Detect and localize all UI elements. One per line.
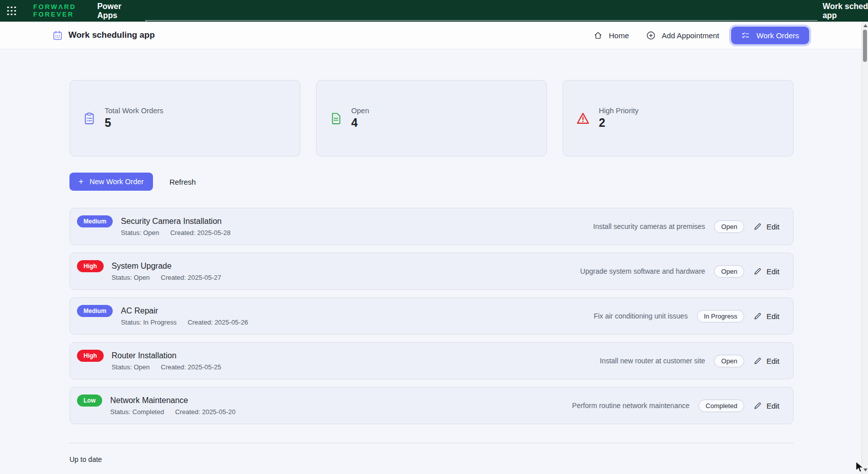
nav-work-orders-label: Work Orders	[756, 31, 799, 40]
work-order-title: System Upgrade	[112, 261, 221, 271]
work-order-description: Fix air conditioning unit issues	[594, 312, 688, 320]
work-order-description: Perform routine network maintenance	[572, 402, 689, 410]
stat-text: High Priority 2	[599, 107, 639, 130]
work-order-created-text: Created: 2025-05-27	[161, 274, 221, 282]
row-text: Router Installation Status: Open Created…	[112, 351, 221, 371]
row-right: Upgrade system software and hardware Ope…	[580, 265, 779, 278]
sync-status-text: Up to date	[69, 455, 794, 463]
nav-add-appointment[interactable]: Add Appointment	[641, 27, 724, 44]
work-orders-list: Medium Security Camera Installation Stat…	[69, 208, 794, 424]
pencil-icon	[753, 357, 762, 365]
work-order-row[interactable]: Low Network Maintenance Status: Complete…	[69, 387, 794, 424]
row-right: Install security cameras at premises Ope…	[593, 220, 779, 233]
stat-label: High Priority	[599, 107, 639, 115]
work-order-created-text: Created: 2025-05-20	[175, 408, 235, 416]
row-meta: Status: Open Created: 2025-05-25	[112, 363, 221, 371]
breadcrumb-divider: |	[145, 20, 817, 21]
pencil-icon	[753, 312, 762, 321]
edit-button[interactable]: Edit	[753, 312, 779, 321]
work-order-title: Network Maintenance	[110, 396, 235, 406]
waffle-menu-icon[interactable]	[7, 6, 16, 17]
row-meta: Status: Open Created: 2025-05-27	[112, 274, 221, 282]
forward-forever-logo: FORWΛRD FOREVER	[33, 4, 76, 18]
edit-button[interactable]: Edit	[753, 402, 779, 410]
header-nav: Home Add Appointment Work Orders	[588, 27, 809, 44]
priority-badge: High	[77, 260, 104, 272]
clipboard-icon	[83, 112, 96, 125]
edit-label: Edit	[766, 267, 779, 276]
new-work-order-label: New Work Order	[90, 178, 144, 186]
edit-button[interactable]: Edit	[753, 222, 779, 231]
calendar-icon	[52, 30, 63, 41]
status-badge: Open	[714, 265, 744, 278]
row-right: Fix air conditioning unit issues In Prog…	[594, 310, 779, 323]
work-order-row[interactable]: High System Upgrade Status: Open Created…	[69, 253, 794, 290]
status-badge: In Progress	[697, 310, 744, 323]
work-order-status-text: Status: In Progress	[121, 319, 177, 327]
priority-badge: Medium	[77, 305, 113, 317]
stat-card-open: Open 4	[316, 80, 547, 156]
home-icon	[593, 31, 603, 40]
row-meta: Status: Completed Created: 2025-05-20	[110, 408, 235, 416]
edit-button[interactable]: Edit	[753, 267, 779, 276]
pencil-icon	[753, 267, 762, 276]
breadcrumb-app: Power Apps	[97, 2, 140, 20]
document-icon	[329, 112, 343, 125]
scroll-down-arrow[interactable]	[863, 468, 867, 471]
nav-home[interactable]: Home	[588, 27, 634, 44]
nav-work-orders[interactable]: Work Orders	[731, 27, 809, 44]
scroll-thumb[interactable]	[863, 30, 867, 62]
work-order-title: AC Repair	[121, 306, 248, 316]
toolbar: + New Work Order Refresh	[69, 173, 794, 191]
row-right: Perform routine network maintenance Comp…	[572, 400, 779, 412]
new-work-order-button[interactable]: + New Work Order	[69, 173, 153, 191]
scroll-up-arrow[interactable]	[863, 24, 867, 27]
stat-label: Open	[351, 107, 369, 115]
work-order-row[interactable]: Medium AC Repair Status: In Progress Cre…	[69, 297, 794, 335]
work-order-title: Security Camera Installation	[121, 216, 230, 226]
work-order-row[interactable]: Medium Security Camera Installation Stat…	[69, 208, 794, 245]
work-order-status-text: Status: Open	[112, 274, 150, 282]
page-title: Work scheduling app	[68, 30, 155, 40]
row-text: System Upgrade Status: Open Created: 202…	[112, 261, 221, 282]
row-text: Security Camera Installation Status: Ope…	[121, 216, 230, 237]
priority-badge: High	[77, 350, 104, 362]
work-order-status-text: Status: Completed	[110, 408, 164, 416]
refresh-button[interactable]: Refresh	[170, 178, 196, 186]
plus-icon: +	[78, 177, 84, 187]
row-text: AC Repair Status: In Progress Created: 2…	[121, 306, 248, 327]
status-badge: Completed	[698, 400, 744, 412]
row-right: Install new router at customer site Open…	[600, 355, 779, 367]
nav-add-appointment-label: Add Appointment	[662, 31, 719, 40]
warning-icon	[576, 111, 590, 126]
work-order-status-text: Status: Open	[121, 229, 159, 237]
work-order-description: Install new router at customer site	[600, 357, 705, 365]
work-order-description: Install security cameras at premises	[593, 222, 705, 230]
work-order-created-text: Created: 2025-05-26	[188, 319, 248, 327]
work-order-description: Upgrade system software and hardware	[580, 267, 705, 275]
app-header: Work scheduling app Home Add Appointment…	[0, 22, 868, 49]
row-left: Medium Security Camera Installation Stat…	[77, 216, 230, 237]
add-circle-icon	[646, 31, 656, 40]
work-order-status-text: Status: Open	[112, 363, 150, 371]
edit-button[interactable]: Edit	[753, 357, 779, 365]
logo-line2: FOREVER	[33, 11, 76, 18]
priority-badge: Medium	[77, 215, 113, 227]
scrollbar[interactable]	[861, 22, 868, 474]
row-left: High System Upgrade Status: Open Created…	[77, 261, 221, 282]
row-meta: Status: In Progress Created: 2025-05-26	[121, 319, 248, 327]
header-left: Work scheduling app	[52, 30, 155, 41]
row-text: Network Maintenance Status: Completed Cr…	[110, 396, 235, 416]
work-order-title: Router Installation	[112, 351, 221, 361]
edit-label: Edit	[766, 222, 779, 231]
breadcrumb: Power Apps | Work scheduling app	[97, 2, 868, 21]
main-content: Total Work Orders 5 Open 4 High Priori	[69, 49, 794, 463]
stat-value: 5	[105, 116, 164, 130]
stat-value: 2	[599, 116, 639, 130]
row-left: High Router Installation Status: Open Cr…	[77, 351, 221, 371]
app-screen: FORWΛRD FOREVER Power Apps | Work schedu…	[0, 0, 868, 474]
priority-badge: Low	[77, 394, 102, 407]
stat-label: Total Work Orders	[105, 107, 164, 115]
work-order-created-text: Created: 2025-05-25	[161, 363, 221, 371]
work-order-row[interactable]: High Router Installation Status: Open Cr…	[69, 342, 794, 379]
